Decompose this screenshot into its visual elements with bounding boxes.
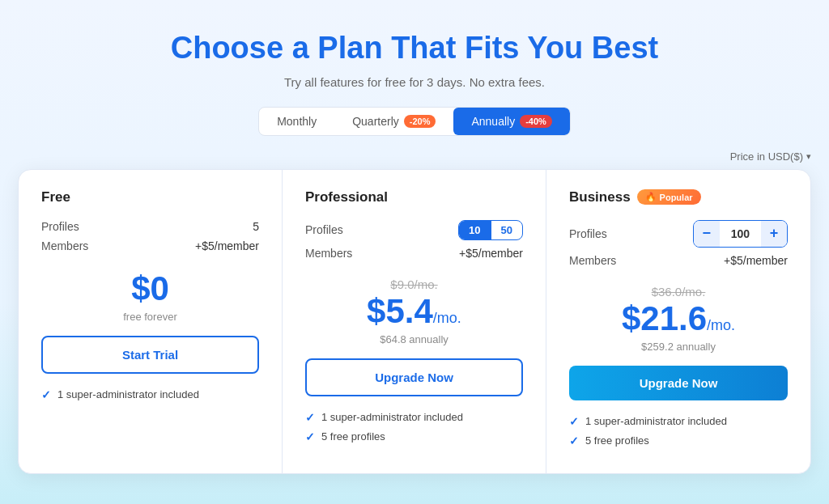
list-item: ✓ 5 free profiles bbox=[305, 430, 523, 443]
plan-free-members-row: Members +$5/member bbox=[41, 239, 259, 252]
plan-business-name: Business 🔥 Popular bbox=[569, 189, 788, 205]
check-icon: ✓ bbox=[305, 430, 315, 443]
plan-professional: Professional Profiles 10 50 Members +$5/… bbox=[283, 170, 546, 473]
check-icon: ✓ bbox=[569, 434, 579, 447]
plan-business-members-value: +$5/member bbox=[724, 254, 788, 267]
plan-business-price-sub: $259.2 annually bbox=[569, 341, 788, 353]
quarterly-badge: -20% bbox=[404, 115, 436, 128]
profile-stepper-business: − 100 + bbox=[693, 220, 788, 248]
billing-toggle: Monthly Quarterly -20% Annually -40% bbox=[258, 107, 571, 136]
plan-pro-price-sub: $64.8 annually bbox=[305, 333, 523, 345]
list-item: ✓ 1 super-administrator included bbox=[41, 388, 259, 401]
plan-pro-price: $5.4/mo. bbox=[305, 293, 523, 330]
page-subtitle: Try all features for free for 3 days. No… bbox=[18, 75, 811, 89]
plan-pro-cta-button[interactable]: Upgrade Now bbox=[305, 358, 523, 396]
plan-business-members-row: Members +$5/member bbox=[569, 254, 788, 267]
plan-free-name: Free bbox=[41, 189, 259, 205]
stepper-value: 100 bbox=[720, 224, 761, 244]
plans-grid: Free Profiles 5 Members +$5/member $0 fr… bbox=[18, 169, 811, 474]
stepper-decrement-button[interactable]: − bbox=[694, 221, 720, 247]
plan-pro-price-original: $9.0/mo. bbox=[305, 277, 523, 291]
billing-monthly-button[interactable]: Monthly bbox=[259, 108, 334, 135]
annually-badge: -40% bbox=[520, 115, 552, 128]
plan-business-price: $21.6/mo. bbox=[569, 300, 788, 337]
plan-business-price-original: $36.0/mo. bbox=[569, 285, 788, 299]
plan-pro-features: ✓ 1 super-administrator included ✓ 5 fre… bbox=[305, 411, 523, 443]
plan-pro-profiles-row: Profiles 10 50 bbox=[305, 220, 523, 240]
plan-free: Free Profiles 5 Members +$5/member $0 fr… bbox=[19, 170, 283, 473]
popular-badge: 🔥 Popular bbox=[637, 189, 701, 205]
plan-free-price-sub: free forever bbox=[41, 311, 259, 323]
plan-business-features: ✓ 1 super-administrator included ✓ 5 fre… bbox=[569, 415, 788, 447]
stepper-increment-button[interactable]: + bbox=[761, 221, 787, 247]
plan-pro-members-row: Members +$5/member bbox=[305, 247, 523, 260]
currency-selector[interactable]: Price in USD($) ▾ bbox=[18, 150, 811, 163]
plan-pro-members-value: +$5/member bbox=[459, 247, 523, 260]
profile-option-10[interactable]: 10 bbox=[459, 221, 490, 239]
plan-pro-price-area: $9.0/mo. $5.4/mo. $64.8 annually bbox=[305, 277, 523, 345]
plan-free-members-value: +$5/member bbox=[195, 239, 259, 252]
plan-business-price-area: $36.0/mo. $21.6/mo. $259.2 annually bbox=[569, 285, 788, 353]
plan-business: Business 🔥 Popular Profiles − 100 + Memb… bbox=[546, 170, 810, 473]
pricing-container: Choose a Plan That Fits You Best Try all… bbox=[18, 30, 811, 474]
plan-business-profiles-row: Profiles − 100 + bbox=[569, 220, 788, 248]
plan-free-price-area: $0 free forever bbox=[41, 270, 259, 323]
list-item: ✓ 5 free profiles bbox=[569, 434, 788, 447]
check-icon: ✓ bbox=[41, 388, 51, 401]
plan-free-profiles-row: Profiles 5 bbox=[41, 220, 259, 233]
plan-business-cta-button[interactable]: Upgrade Now bbox=[569, 366, 788, 400]
profile-option-50[interactable]: 50 bbox=[491, 221, 522, 239]
plan-professional-name: Professional bbox=[305, 189, 523, 205]
plan-free-cta-button[interactable]: Start Trial bbox=[41, 336, 259, 374]
plan-free-profiles-value: 5 bbox=[253, 220, 259, 233]
plan-free-price: $0 bbox=[41, 270, 259, 307]
profile-selector-pro: 10 50 bbox=[458, 220, 523, 240]
chevron-down-icon: ▾ bbox=[806, 151, 811, 162]
plan-free-features: ✓ 1 super-administrator included bbox=[41, 388, 259, 401]
check-icon: ✓ bbox=[305, 411, 315, 424]
page-title: Choose a Plan That Fits You Best bbox=[18, 30, 811, 67]
list-item: ✓ 1 super-administrator included bbox=[569, 415, 788, 428]
billing-annually-button[interactable]: Annually -40% bbox=[453, 108, 569, 135]
check-icon: ✓ bbox=[569, 415, 579, 428]
list-item: ✓ 1 super-administrator included bbox=[305, 411, 523, 424]
billing-quarterly-button[interactable]: Quarterly -20% bbox=[334, 108, 453, 135]
